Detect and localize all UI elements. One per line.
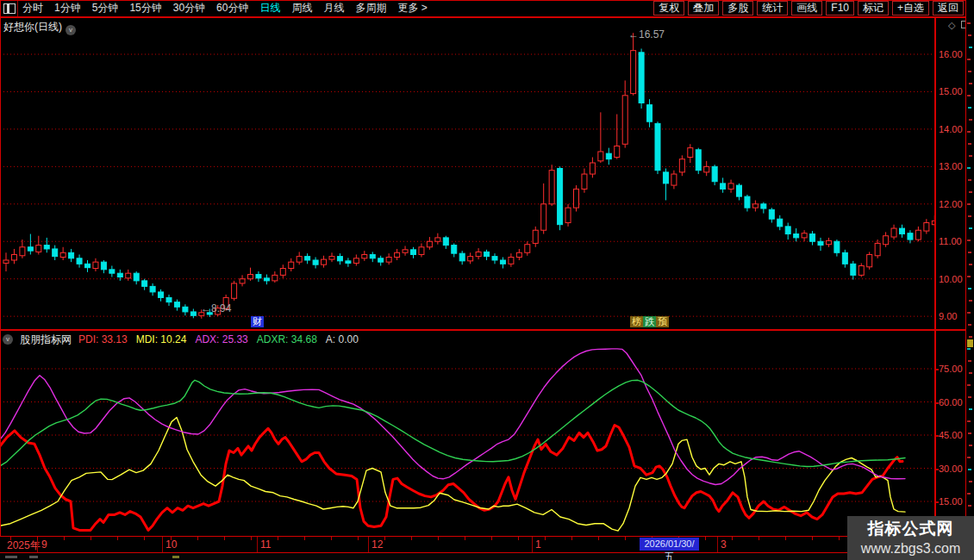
dmi-indicator-chart[interactable] (0, 347, 934, 536)
axis-border-line (934, 17, 936, 553)
menu-item-月线[interactable]: 月线 (323, 1, 344, 16)
mini-mark (967, 203, 971, 205)
menu-item-30分钟[interactable]: 30分钟 (173, 1, 205, 16)
badge-char-预[interactable]: 预 (656, 316, 669, 327)
mini-mark (969, 481, 972, 482)
mini-mark (969, 227, 972, 229)
price-axis-label: 9.00 (939, 311, 968, 321)
indicator-axis-label: 15.00 (939, 496, 968, 507)
high-price-annotation: ←16.57 (628, 28, 665, 40)
week-tick (571, 537, 572, 540)
indicator-values: PDI: 33.13MDI: 10.24ADX: 25.33ADXR: 34.6… (78, 333, 359, 345)
mini-mark (969, 445, 972, 446)
mini-mark (967, 276, 971, 277)
indicator-axis-label: 30.00 (939, 464, 968, 474)
badge-char-跌[interactable]: 跌 (643, 316, 656, 327)
pane-divider[interactable] (0, 329, 965, 331)
week-tick (358, 537, 359, 540)
mini-mark (968, 396, 971, 398)
watermark-site-name: 指标公式网 (847, 518, 974, 540)
date-axis[interactable]: 2025年 2026/01/30/五 910111213 (0, 537, 965, 552)
event-badge-finance[interactable]: 财 (251, 316, 264, 327)
tool-button-复权[interactable]: 复权 (653, 1, 684, 16)
low-price-annotation: ←8.94 (201, 302, 231, 314)
menu-item-更多 >[interactable]: 更多 > (397, 1, 427, 16)
badge-char-榜[interactable]: 榜 (630, 316, 643, 327)
week-tick (839, 537, 840, 540)
text-fragment (29, 556, 38, 558)
month-label-9[interactable]: 9 (41, 538, 47, 551)
tool-button-叠加[interactable]: 叠加 (688, 1, 719, 16)
selected-date-highlight[interactable]: 2026/01/30/五 (640, 538, 699, 551)
tool-button-多股[interactable]: 多股 (722, 1, 753, 16)
indicator-value-A: A: 0.00 (326, 333, 359, 345)
mini-mark (967, 95, 971, 96)
week-tick (785, 537, 786, 540)
mini-mark (967, 420, 971, 422)
week-tick (37, 537, 38, 540)
event-badge-group[interactable]: 榜跌预 (630, 316, 669, 327)
menu-item-60分钟[interactable]: 60分钟 (216, 1, 248, 16)
tool-button-+自选[interactable]: +自选 (892, 1, 929, 16)
menu-item-日线[interactable]: 日线 (259, 1, 280, 16)
month-label-3[interactable]: 3 (721, 538, 727, 551)
week-tick (224, 537, 225, 540)
indicator-axis-label: 75.00 (939, 364, 968, 374)
mini-mark (967, 384, 971, 386)
mini-mark (968, 34, 971, 36)
mini-mark (969, 119, 972, 121)
price-axis-label: 12.00 (939, 199, 968, 209)
mini-mark (968, 324, 971, 326)
tool-menu: 复权叠加多股统计画线F10标记+自选返回 (653, 1, 964, 16)
mini-mark (969, 264, 972, 265)
indicator-name[interactable]: 股朋指标网 (20, 333, 72, 347)
price-axis-label: 15.00 (939, 86, 968, 96)
watermark: 指标公式网 www.zbgs3.com (847, 516, 974, 560)
watermark-url: www.zbgs3.com (847, 541, 974, 557)
week-tick (278, 537, 278, 540)
month-label-11[interactable]: 11 (260, 538, 271, 551)
menu-item-1分钟[interactable]: 1分钟 (54, 1, 81, 16)
month-separator (532, 537, 533, 552)
week-tick (759, 537, 759, 540)
week-tick (304, 537, 305, 540)
week-tick (812, 537, 813, 540)
indicator-value-ADX: ADX: 25.33 (195, 333, 247, 345)
badge-char-财[interactable]: 财 (251, 316, 264, 327)
indicator-value-MDI: MDI: 10.24 (136, 333, 187, 345)
menu-item-5分钟[interactable]: 5分钟 (92, 1, 119, 16)
menu-divider (17, 0, 18, 16)
menu-item-周线[interactable]: 周线 (291, 1, 312, 16)
week-tick (518, 537, 519, 540)
week-tick (438, 537, 439, 540)
week-tick (117, 537, 118, 540)
week-tick (384, 537, 385, 540)
mini-overview-strip[interactable] (966, 0, 974, 560)
menu-item-多周期[interactable]: 多周期 (355, 1, 386, 16)
price-axis-label: 16.00 (939, 49, 968, 59)
month-label-10[interactable]: 10 (165, 538, 177, 551)
layout-split-icon[interactable] (3, 3, 16, 14)
period-menu: 分时1分钟5分钟15分钟30分钟60分钟日线周线月线多周期更多 > (0, 1, 428, 16)
year-label: 2025年 (7, 538, 41, 553)
month-label-12[interactable]: 12 (371, 538, 383, 551)
menu-item-分时[interactable]: 分时 (22, 1, 43, 16)
month-label-1[interactable]: 1 (535, 538, 541, 551)
tool-button-F10[interactable]: F10 (826, 1, 854, 16)
chevron-down-icon[interactable]: v (3, 334, 13, 345)
tool-button-统计[interactable]: 统计 (757, 1, 788, 16)
tool-button-标记[interactable]: 标记 (858, 1, 889, 16)
week-tick (598, 537, 599, 540)
menu-item-15分钟[interactable]: 15分钟 (129, 1, 161, 16)
tool-button-返回[interactable]: 返回 (933, 1, 964, 16)
candlestick-chart[interactable] (0, 17, 934, 330)
diamond-icon[interactable]: ◇ (948, 20, 955, 31)
week-tick (465, 537, 465, 540)
tool-button-画线[interactable]: 画线 (791, 1, 822, 16)
week-tick (10, 537, 11, 540)
month-separator (717, 537, 718, 552)
mini-mark (967, 167, 971, 169)
mini-mark (968, 505, 971, 507)
mini-mark (967, 493, 971, 495)
month-separator (368, 537, 369, 552)
